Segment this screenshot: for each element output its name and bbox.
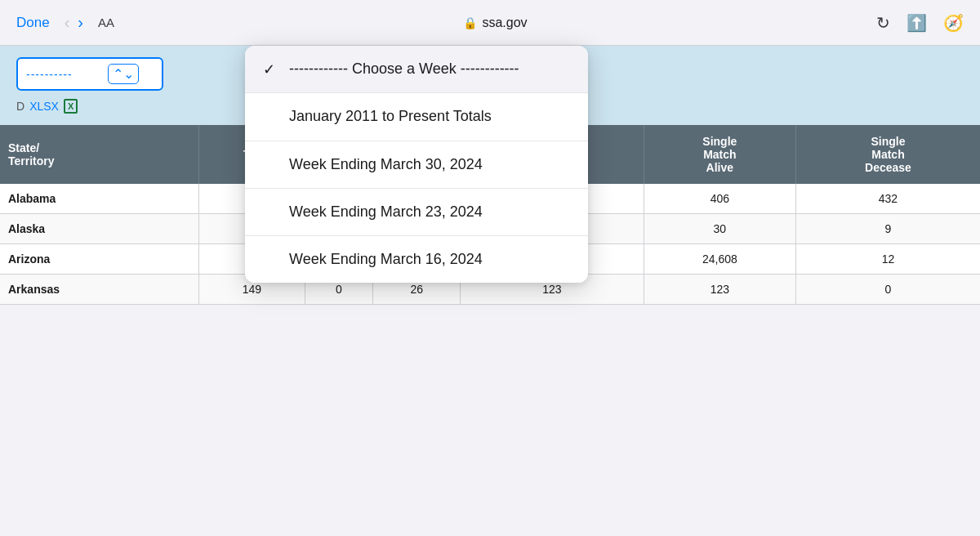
cell-single-match-decease: 9 bbox=[795, 214, 980, 244]
stepper-icon[interactable]: ⌃⌄ bbox=[108, 64, 139, 84]
cell-single-match-alive: 24,608 bbox=[644, 244, 795, 275]
week-dropdown[interactable]: ✓ ------------ Choose a Week -----------… bbox=[245, 46, 588, 283]
lock-icon: 🔒 bbox=[463, 16, 477, 29]
dropdown-item-label: Week Ending March 16, 2024 bbox=[289, 249, 570, 269]
cell-state: Alaska bbox=[0, 214, 199, 244]
cell-single-match-alive: 30 bbox=[644, 214, 795, 244]
checkmark-placeholder bbox=[263, 250, 278, 270]
dropdown-item-march30[interactable]: Week Ending March 30, 2024 bbox=[245, 141, 588, 189]
forward-arrow[interactable]: › bbox=[78, 13, 83, 32]
cell-single-match-decease: 0 bbox=[795, 275, 980, 305]
share-icon[interactable]: ⬆️ bbox=[906, 13, 927, 33]
text-size-button[interactable]: AA bbox=[98, 16, 114, 29]
back-arrow[interactable]: ‹ bbox=[65, 13, 70, 32]
xlsx-icon: X bbox=[64, 99, 78, 114]
dropdown-item-label: Week Ending March 30, 2024 bbox=[289, 154, 570, 174]
done-button[interactable]: Done bbox=[16, 15, 50, 31]
checkmark-placeholder bbox=[263, 203, 278, 222]
cell-state: Arizona bbox=[0, 244, 199, 275]
dropdown-item-label: ------------ Choose a Week ------------ bbox=[289, 59, 570, 78]
xlsx-link[interactable]: XLSX bbox=[29, 100, 59, 113]
col-single-match-alive: SingleMatchAlive bbox=[644, 125, 795, 184]
dropdown-item-march23[interactable]: Week Ending March 23, 2024 bbox=[245, 189, 588, 236]
cell-state: Alabama bbox=[0, 184, 199, 214]
checkmark-icon: ✓ bbox=[263, 60, 278, 79]
dropdown-item-label: Week Ending March 23, 2024 bbox=[289, 202, 570, 221]
week-select-dashes: ---------- bbox=[26, 68, 73, 81]
url-bar[interactable]: 🔒 ssa.gov bbox=[129, 16, 862, 30]
week-select-button[interactable]: ---------- ⌃⌄ bbox=[16, 57, 163, 91]
cell-state: Arkansas bbox=[0, 275, 199, 305]
dropdown-item-jan2011[interactable]: January 2011 to Present Totals bbox=[245, 93, 588, 141]
cell-single-match-decease: 12 bbox=[795, 244, 980, 275]
cell-single-match-alive: 406 bbox=[644, 184, 795, 214]
dropdown-item-march16[interactable]: Week Ending March 16, 2024 bbox=[245, 236, 588, 283]
checkmark-placeholder bbox=[263, 155, 278, 175]
reload-icon[interactable]: ↻ bbox=[876, 13, 890, 33]
browser-chrome: Done ‹ › AA 🔒 ssa.gov ↻ ⬆️ 🧭 bbox=[0, 0, 980, 46]
nav-buttons: ‹ › bbox=[65, 13, 83, 32]
col-state: State/Territory bbox=[0, 125, 199, 184]
cell-single-match-decease: 432 bbox=[795, 184, 980, 214]
browser-actions: ↻ ⬆️ 🧭 bbox=[876, 13, 964, 33]
compass-icon[interactable]: 🧭 bbox=[943, 13, 964, 33]
url-text: ssa.gov bbox=[482, 16, 527, 30]
download-prefix: D bbox=[16, 100, 24, 113]
cell-single-match-alive: 123 bbox=[644, 275, 795, 305]
col-single-match-decease: SingleMatchDecease bbox=[795, 125, 980, 184]
dropdown-item-choose[interactable]: ✓ ------------ Choose a Week -----------… bbox=[245, 46, 588, 93]
checkmark-placeholder bbox=[263, 107, 278, 127]
dropdown-item-label: January 2011 to Present Totals bbox=[289, 106, 570, 126]
